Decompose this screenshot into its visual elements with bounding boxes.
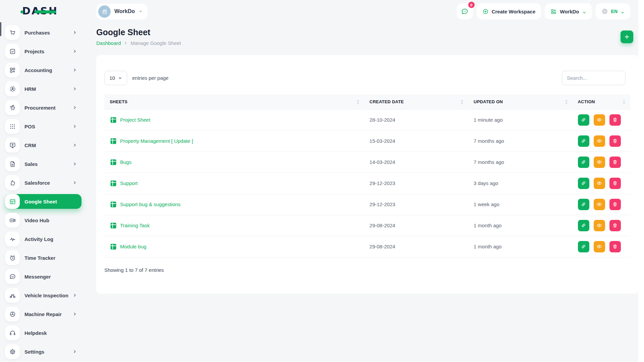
open-link-button[interactable] — [578, 114, 589, 126]
eye-icon — [596, 117, 602, 123]
add-sheet-button[interactable] — [621, 31, 633, 43]
language-selector[interactable]: EN — [596, 3, 630, 19]
grid-plus-icon — [550, 8, 557, 15]
delete-button[interactable] — [609, 114, 621, 126]
chevron-right-icon — [73, 106, 77, 110]
delete-button[interactable] — [609, 199, 621, 210]
sidebar-item-crm[interactable]: CRM — [5, 138, 82, 153]
view-button[interactable] — [594, 199, 605, 210]
messages-button[interactable]: 0 — [457, 3, 473, 19]
sidebar-item-salesforce[interactable]: Salesforce — [5, 175, 82, 190]
table-controls: 10 entries per page — [104, 71, 630, 85]
open-link-button[interactable] — [578, 157, 589, 168]
view-button[interactable] — [594, 178, 605, 189]
logo[interactable]: DASH — [0, 0, 96, 21]
sidebar-item-label: Salesforce — [24, 180, 50, 186]
workspace-selector[interactable]: WorkDo — [96, 4, 148, 19]
open-link-button[interactable] — [578, 220, 589, 231]
table-row-bugs: Bugs 14-03-2024 7 months ago — [104, 152, 630, 173]
eye-icon — [596, 244, 602, 249]
link-icon — [581, 117, 586, 123]
page-scrollbar[interactable] — [638, 0, 644, 362]
sheet-name-link[interactable]: Property Management [ Update ] — [120, 138, 193, 144]
spreadsheet-icon — [110, 116, 117, 124]
workdo-menu-label: WorkDo — [560, 9, 579, 14]
delete-button[interactable] — [609, 241, 621, 252]
sidebar-item-google-sheet[interactable]: Google Sheet — [5, 194, 82, 209]
sheet-name-link[interactable]: Module bug — [120, 244, 146, 249]
link-icon — [581, 159, 586, 165]
open-link-button[interactable] — [578, 241, 589, 252]
sidebar-item-icon — [5, 250, 20, 265]
column-header-updated-on[interactable]: UPDATED ON — [468, 95, 572, 109]
sheet-name-link[interactable]: Training Task — [120, 223, 150, 228]
chevron-down-icon — [582, 9, 586, 13]
sidebar-item-icon — [5, 175, 20, 190]
breadcrumb-dashboard-link[interactable]: Dashboard — [96, 40, 121, 46]
table-row-project-sheet: Project Sheet 28-10-2024 1 minute ago — [104, 109, 630, 130]
delete-button[interactable] — [609, 157, 621, 168]
sidebar-item-label: Settings — [24, 349, 44, 355]
main-area: WorkDo 0 Create Workspace WorkDo — [96, 0, 638, 362]
column-header-created-date[interactable]: CREATED DATE — [364, 95, 468, 109]
sidebar-item-time-tracker[interactable]: Time Tracker — [5, 250, 82, 265]
sidebar-item-helpdesk[interactable]: Helpdesk — [5, 325, 82, 340]
sidebar-item-label: Purchases — [24, 30, 50, 36]
delete-button[interactable] — [609, 220, 621, 231]
view-button[interactable] — [594, 220, 605, 231]
delete-button[interactable] — [609, 135, 621, 147]
sidebar-scrollbar[interactable] — [0, 22, 1, 36]
logo-dash-bar — [35, 10, 56, 13]
link-icon — [581, 201, 586, 207]
sheet-name-link[interactable]: Bugs — [120, 159, 131, 165]
sidebar-item-activity-log[interactable]: Activity Log — [5, 232, 82, 246]
sort-icon — [623, 100, 626, 104]
delete-button[interactable] — [609, 178, 621, 189]
sidebar-item-pos[interactable]: POS — [5, 119, 82, 134]
updated-on-cell: 3 days ago — [468, 173, 572, 194]
chevron-right-icon — [73, 181, 77, 185]
created-date-cell: 29-12-2023 — [364, 194, 468, 215]
sidebar-item-vehicle-inspection[interactable]: Vehicle Inspection — [5, 288, 82, 303]
search-input[interactable] — [562, 71, 626, 85]
sidebar-item-settings[interactable]: Settings — [5, 344, 82, 359]
create-workspace-button[interactable]: Create Workspace — [477, 3, 541, 19]
view-button[interactable] — [594, 157, 605, 168]
sidebar-item-icon — [5, 194, 20, 209]
column-header-action[interactable]: ACTION — [573, 95, 631, 109]
sidebar-item-label: Messenger — [24, 274, 51, 280]
sidebar-item-video-hub[interactable]: Video Hub — [5, 213, 82, 228]
column-header-sheets[interactable]: SHEETS — [104, 95, 364, 109]
spreadsheet-icon — [110, 159, 117, 166]
sheet-name-link[interactable]: Support bug & suggestions — [120, 201, 180, 207]
sidebar-item-hrm[interactable]: HRM — [5, 81, 82, 96]
entries-per-page-value: 10 — [109, 75, 115, 81]
sidebar-item-procurement[interactable]: Procurement — [5, 100, 82, 115]
view-button[interactable] — [594, 135, 605, 147]
sheet-name-link[interactable]: Support — [120, 180, 138, 186]
sidebar-item-accounting[interactable]: Accounting — [5, 63, 82, 77]
sidebar-item-messenger[interactable]: Messenger — [5, 269, 82, 284]
chevron-down-icon — [118, 76, 122, 80]
chevron-right-icon — [73, 293, 77, 297]
view-button[interactable] — [594, 241, 605, 252]
sheet-name-link[interactable]: Project Sheet — [120, 117, 150, 123]
spreadsheet-icon — [110, 137, 117, 145]
sidebar-item-icon — [5, 119, 20, 134]
sidebar-item-sales[interactable]: Sales — [5, 157, 82, 171]
breadcrumb-current: Manage Google Sheet — [130, 40, 181, 46]
view-button[interactable] — [594, 114, 605, 126]
workdo-menu-button[interactable]: WorkDo — [545, 3, 592, 19]
sidebar-item-purchases[interactable]: Purchases — [5, 25, 82, 40]
sidebar-item-icon — [5, 288, 20, 303]
open-link-button[interactable] — [578, 135, 589, 147]
sidebar-item-projects[interactable]: Projects — [5, 44, 82, 59]
spreadsheet-icon — [110, 180, 117, 187]
sidebar-item-icon — [5, 232, 20, 246]
open-link-button[interactable] — [578, 199, 589, 210]
sort-icon — [565, 100, 568, 104]
entries-per-page-select[interactable]: 10 — [104, 71, 127, 85]
sidebar-item-machine-repair[interactable]: Machine Repair — [5, 307, 82, 321]
open-link-button[interactable] — [578, 178, 589, 189]
breadcrumb-separator-icon — [124, 41, 127, 45]
